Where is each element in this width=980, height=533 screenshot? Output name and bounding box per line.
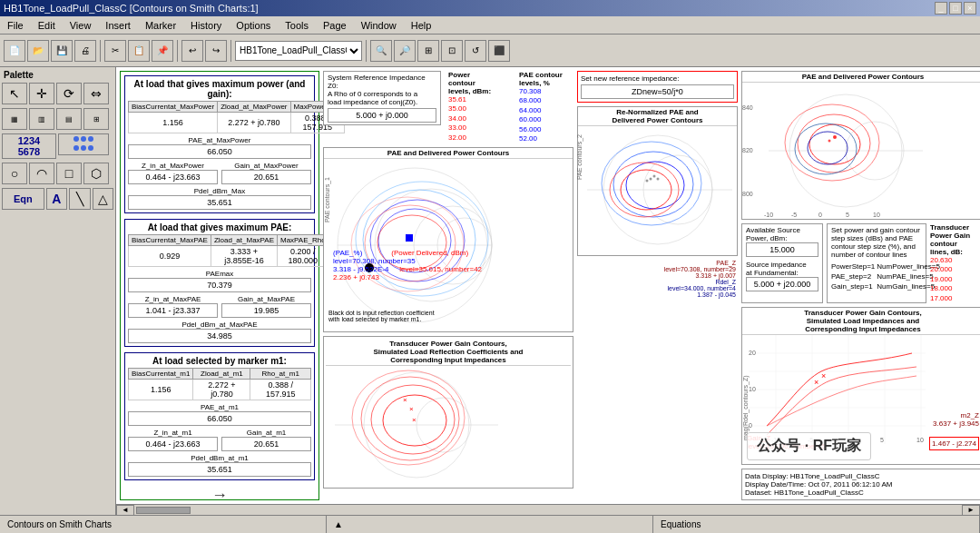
chart-button[interactable]: ⊡ xyxy=(441,40,463,62)
palette-arc-tool[interactable]: ◠ xyxy=(29,163,54,184)
palette-dots[interactable] xyxy=(58,133,109,155)
pae-m1-input[interactable] xyxy=(128,411,311,426)
zin-mp-label: Z_in_at_MaxPower xyxy=(128,162,218,170)
pae-contour-title: PAE contourlevels, % xyxy=(519,71,573,87)
menu-history[interactable]: History xyxy=(187,19,225,32)
scrollbar-track[interactable] xyxy=(136,507,960,514)
svg-point-38 xyxy=(650,178,652,181)
zin-mp-input[interactable] xyxy=(128,170,218,184)
svg-rect-18 xyxy=(406,234,413,242)
stop-button[interactable]: ⬛ xyxy=(488,40,510,62)
menu-file[interactable]: File xyxy=(4,19,27,32)
zoom-out-button[interactable]: 🔎 xyxy=(394,40,416,62)
z0-input[interactable] xyxy=(328,108,436,123)
svg-point-25 xyxy=(361,377,459,460)
redo-button[interactable]: ↪ xyxy=(205,40,227,62)
menu-marker[interactable]: Marker xyxy=(142,19,180,32)
menu-insert[interactable]: Insert xyxy=(102,19,134,32)
palette-grid3[interactable]: ▤ xyxy=(56,108,82,130)
svg-text:-10: -10 xyxy=(764,212,773,218)
scroll-left-btn[interactable]: ◄ xyxy=(116,505,134,516)
power-contour-title: Powercontourlevels, dBm: xyxy=(448,71,512,95)
palette-line[interactable]: ╲ xyxy=(69,188,90,210)
source-z-input[interactable] xyxy=(746,277,818,291)
save-button[interactable]: 💾 xyxy=(51,40,73,62)
undo-button[interactable]: ↩ xyxy=(181,40,203,62)
cut-button[interactable]: ✂ xyxy=(104,40,126,62)
available-power-box: Available SourcePower, dBm: Source imped… xyxy=(741,223,823,303)
paste-button[interactable]: 📌 xyxy=(152,40,173,62)
pae-contour-values: 70.30868.00064.00060.00056.00052.00 xyxy=(519,87,573,143)
pae-mp-input[interactable] xyxy=(128,144,311,159)
h-scrollbar[interactable]: ◄ ► xyxy=(116,504,980,515)
watermark: 公众号 · RF玩家 xyxy=(747,432,871,460)
window-controls[interactable]: _ □ × xyxy=(935,2,976,15)
svg-point-4 xyxy=(81,145,86,151)
palette-rect-tool[interactable]: □ xyxy=(56,163,82,184)
renorm-area: Set new reference impedance: Re-Normaliz… xyxy=(577,71,738,500)
palette-rotate[interactable]: ⟳ xyxy=(56,83,82,104)
pdel-mp-input[interactable] xyxy=(128,195,311,210)
menu-page[interactable]: Page xyxy=(319,19,350,32)
gain-mp-input[interactable] xyxy=(221,170,311,184)
col-rho-pae: MaxPAE_Rho xyxy=(278,235,329,246)
palette-grid4[interactable]: ⊞ xyxy=(83,108,109,130)
menu-edit[interactable]: Edit xyxy=(34,19,59,32)
date-time-value: Oct 07, 2011 06:12:10 AM xyxy=(808,480,893,489)
minimize-button[interactable]: _ xyxy=(935,2,947,15)
menu-view[interactable]: View xyxy=(66,19,95,32)
palette-cross[interactable]: ✛ xyxy=(29,83,54,104)
palette-arrow[interactable]: ↖ xyxy=(2,83,27,104)
bottom-info-bar: Data Display: HB1Tone_LoadPull_ClassC Di… xyxy=(741,469,980,500)
maximize-button[interactable]: □ xyxy=(949,2,962,15)
print-button[interactable]: 🖨 xyxy=(74,40,96,62)
open-button[interactable]: 📂 xyxy=(27,40,49,62)
znew-input[interactable] xyxy=(581,84,734,99)
m2-z-label: m2_Z xyxy=(961,411,979,419)
palette-poly-tool[interactable]: ⬡ xyxy=(83,163,109,184)
new-button[interactable]: 📄 xyxy=(4,40,25,62)
svg-point-45 xyxy=(809,124,860,164)
m2-z-info: m2_Z 3.637 + j3.945 xyxy=(933,411,979,428)
rho-pae-val: 0.200 / 180.000 xyxy=(278,246,329,267)
zin-pae-input[interactable] xyxy=(128,303,218,318)
power-contour-values: 35.6135.0034.0033.0032.00 xyxy=(448,95,512,143)
gain-pae-input[interactable] xyxy=(221,303,311,318)
pdel-m1-input[interactable] xyxy=(128,462,311,477)
gain-m1-input[interactable] xyxy=(221,437,311,451)
palette-circle-tool[interactable]: ○ xyxy=(2,163,27,184)
menu-window[interactable]: Window xyxy=(358,19,400,32)
system-ref-box: System Reference Impedance Z0: A Rho of … xyxy=(323,71,441,125)
palette-eqn[interactable]: Eqn xyxy=(2,188,44,210)
zin-m1-input[interactable] xyxy=(128,437,218,451)
top-info-row: System Reference Impedance Z0: A Rho of … xyxy=(323,71,573,143)
refresh-button[interactable]: ↺ xyxy=(465,40,486,62)
menu-help[interactable]: Help xyxy=(407,19,436,32)
menu-tools[interactable]: Tools xyxy=(281,19,312,32)
paemax-input[interactable] xyxy=(128,278,311,292)
palette-text[interactable]: A xyxy=(46,188,67,210)
pdel-mp-label: Pdel_dBm_Max xyxy=(128,187,311,195)
palette-mirror[interactable]: ⇔ xyxy=(83,83,109,104)
svg-text:10: 10 xyxy=(873,212,880,218)
menu-options[interactable]: Options xyxy=(232,19,274,32)
transducer2-svg: × × -10 -5 0 5 10 20 10 0 xyxy=(749,335,926,444)
close-button[interactable]: × xyxy=(964,2,976,15)
zoom-in-button[interactable]: 🔍 xyxy=(370,40,392,62)
palette-grid2[interactable]: ▥ xyxy=(29,108,54,130)
scroll-right-btn[interactable]: ► xyxy=(962,505,980,516)
pdel-pae-input[interactable] xyxy=(128,329,311,343)
scrollbar-thumb[interactable] xyxy=(136,507,191,514)
chart2-yaxis: 840820800 xyxy=(742,83,753,219)
copy-button[interactable]: 📋 xyxy=(128,40,150,62)
grid-button[interactable]: ⊞ xyxy=(417,40,439,62)
palette-triangle[interactable]: △ xyxy=(93,188,113,210)
power-input[interactable] xyxy=(746,242,818,257)
chart1-smith: PAE contours_1 xyxy=(324,159,505,331)
svg-text:0: 0 xyxy=(818,212,822,218)
palette-grid1[interactable]: ▦ xyxy=(2,108,27,130)
black-dot-note: Black dot is input reflection coefficien… xyxy=(328,310,435,322)
palette-numbers[interactable]: 1234 5678 xyxy=(2,133,56,159)
dataset-dropdown[interactable]: HB1Tone_LoadPull_ClassC xyxy=(235,41,362,61)
transducer1-container: Transducer Power Gain Contours,Simulated… xyxy=(323,336,573,489)
